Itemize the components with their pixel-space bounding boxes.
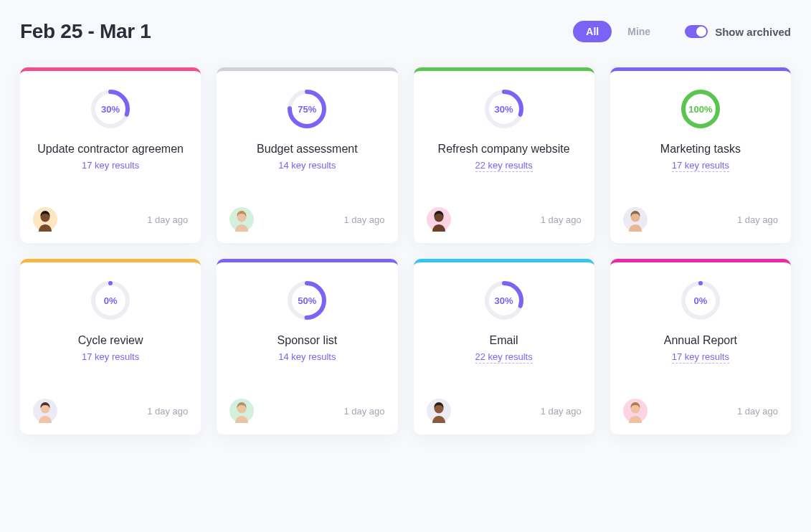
card-timestamp: 1 day ago	[147, 214, 188, 225]
objective-card[interactable]: 100% Marketing tasks 17 key results 1 da…	[610, 67, 791, 243]
card-title: Cycle review	[33, 334, 188, 347]
card-title: Update contractor agreemen	[33, 143, 188, 156]
owner-avatar[interactable]	[229, 399, 254, 423]
card-grid: 30% Update contractor agreemen 17 key re…	[20, 67, 791, 434]
key-results-link[interactable]: 14 key results	[278, 160, 336, 171]
progress-value: 30%	[90, 88, 131, 130]
owner-avatar[interactable]	[427, 399, 451, 423]
objective-card[interactable]: 75% Budget assessment 14 key results 1 d…	[217, 67, 397, 243]
header: Feb 25 - Mar 1 All Mine Show archived	[20, 20, 791, 43]
archived-toggle[interactable]	[685, 25, 708, 38]
card-timestamp: 1 day ago	[541, 214, 582, 225]
objective-card[interactable]: 0% Annual Report 17 key results 1 day ag…	[610, 259, 791, 434]
progress-value: 50%	[286, 280, 328, 321]
card-timestamp: 1 day ago	[343, 214, 384, 225]
card-title: Marketing tasks	[623, 143, 778, 156]
key-results-link[interactable]: 17 key results	[82, 160, 139, 171]
objective-card[interactable]: 30% Refresh company website 22 key resul…	[414, 67, 594, 243]
card-footer: 1 day ago	[623, 399, 778, 423]
objective-card[interactable]: 30% Email 22 key results 1 day ago	[414, 259, 594, 434]
card-title: Refresh company website	[427, 143, 582, 156]
owner-avatar[interactable]	[427, 207, 451, 232]
progress-ring: 75%	[286, 88, 328, 130]
card-timestamp: 1 day ago	[147, 406, 188, 417]
page-title: Feb 25 - Mar 1	[20, 20, 151, 43]
card-timestamp: 1 day ago	[541, 406, 582, 417]
filter-mine[interactable]: Mine	[615, 21, 663, 42]
card-footer: 1 day ago	[623, 207, 778, 232]
card-timestamp: 1 day ago	[343, 406, 384, 417]
progress-ring: 30%	[483, 280, 525, 321]
owner-avatar[interactable]	[623, 399, 648, 423]
card-title: Budget assessment	[229, 143, 384, 156]
progress-value: 100%	[680, 88, 721, 130]
card-footer: 1 day ago	[33, 207, 188, 232]
progress-value: 0%	[90, 280, 131, 321]
key-results-link[interactable]: 17 key results	[82, 351, 139, 362]
filter-pills: All Mine	[573, 21, 663, 42]
owner-avatar[interactable]	[229, 207, 254, 232]
card-footer: 1 day ago	[229, 399, 384, 423]
header-controls: All Mine Show archived	[573, 21, 791, 42]
progress-ring: 30%	[90, 88, 131, 130]
progress-value: 0%	[680, 280, 721, 321]
card-footer: 1 day ago	[229, 207, 384, 232]
key-results-link[interactable]: 22 key results	[475, 351, 533, 364]
card-footer: 1 day ago	[427, 207, 582, 232]
key-results-link[interactable]: 14 key results	[278, 351, 336, 362]
card-timestamp: 1 day ago	[737, 406, 778, 417]
archived-toggle-group: Show archived	[685, 25, 791, 38]
owner-avatar[interactable]	[33, 207, 57, 232]
progress-ring: 100%	[680, 88, 721, 130]
progress-ring: 50%	[286, 280, 328, 321]
progress-value: 75%	[286, 88, 328, 130]
progress-ring: 0%	[680, 280, 721, 321]
objective-card[interactable]: 0% Cycle review 17 key results 1 day ago	[20, 259, 201, 434]
objective-card[interactable]: 50% Sponsor list 14 key results 1 day ag…	[217, 259, 397, 434]
objective-card[interactable]: 30% Update contractor agreemen 17 key re…	[20, 67, 201, 243]
card-title: Sponsor list	[229, 334, 384, 347]
owner-avatar[interactable]	[623, 207, 648, 232]
key-results-link[interactable]: 17 key results	[672, 351, 729, 364]
key-results-link[interactable]: 22 key results	[475, 160, 533, 172]
progress-ring: 0%	[90, 280, 131, 321]
progress-value: 30%	[483, 88, 525, 130]
archived-toggle-label: Show archived	[715, 26, 791, 38]
card-title: Email	[427, 334, 582, 347]
card-footer: 1 day ago	[427, 399, 582, 423]
filter-all[interactable]: All	[573, 21, 612, 42]
card-timestamp: 1 day ago	[737, 214, 778, 225]
progress-value: 30%	[483, 280, 525, 321]
owner-avatar[interactable]	[33, 399, 57, 423]
key-results-link[interactable]: 17 key results	[672, 160, 729, 172]
progress-ring: 30%	[483, 88, 525, 130]
card-title: Annual Report	[623, 334, 778, 347]
card-footer: 1 day ago	[33, 399, 188, 423]
